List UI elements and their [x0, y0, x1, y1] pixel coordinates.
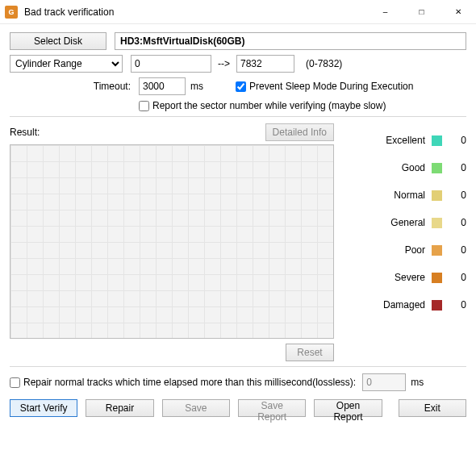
- legend-swatch: [432, 163, 442, 173]
- legend-item: General0: [344, 209, 466, 236]
- repair-threshold-unit: ms: [411, 377, 424, 388]
- cylinder-range-hint: (0-7832): [306, 58, 342, 69]
- repair-threshold-label: Repair normal tracks which time elapsed …: [23, 377, 356, 388]
- legend-count: 0: [449, 135, 466, 146]
- open-report-button[interactable]: Open Report: [314, 399, 382, 417]
- reset-button[interactable]: Reset: [286, 344, 334, 361]
- legend-label: Normal: [375, 190, 425, 201]
- separator: [10, 116, 466, 117]
- cylinder-arrow-label: -->: [218, 58, 230, 69]
- legend-count: 0: [449, 299, 466, 311]
- exit-button[interactable]: Exit: [399, 399, 466, 417]
- legend-swatch: [432, 273, 442, 283]
- legend-swatch: [432, 245, 442, 256]
- close-button[interactable]: ✕: [440, 0, 476, 24]
- separator-2: [10, 366, 466, 367]
- legend-label: Good: [375, 162, 425, 173]
- legend-count: 0: [449, 190, 466, 201]
- window-title: Bad track verification: [24, 6, 367, 18]
- app-icon: G: [5, 6, 18, 19]
- select-disk-button[interactable]: Select Disk: [10, 32, 106, 50]
- minimize-button[interactable]: –: [367, 0, 403, 24]
- legend-item: Good0: [344, 154, 466, 181]
- legend-label: Excellent: [375, 135, 425, 146]
- legend-count: 0: [449, 244, 466, 256]
- legend-panel: Excellent0Good0Normal0General0Poor0Sever…: [344, 123, 466, 361]
- legend-swatch: [432, 190, 442, 201]
- legend-item: Normal0: [344, 181, 466, 209]
- repair-threshold-input[interactable]: [10, 377, 20, 388]
- prevent-sleep-input[interactable]: [236, 81, 246, 92]
- report-sector-label: Report the sector number while verifying…: [152, 100, 386, 111]
- legend-item: Damaged0: [344, 291, 466, 319]
- save-report-button[interactable]: Save Report: [238, 399, 306, 417]
- detailed-info-button[interactable]: Detailed Info: [265, 123, 334, 141]
- legend-count: 0: [449, 162, 466, 173]
- legend-count: 0: [449, 217, 466, 228]
- maximize-button[interactable]: □: [403, 0, 440, 24]
- timeout-unit: ms: [190, 81, 211, 92]
- cylinder-range-select[interactable]: Cylinder Range: [10, 55, 123, 73]
- legend-item: Severe0: [344, 264, 466, 291]
- timeout-label: Timeout:: [10, 81, 131, 92]
- repair-threshold-value[interactable]: [362, 373, 406, 391]
- verification-grid: [10, 144, 334, 339]
- legend-label: Severe: [375, 272, 425, 283]
- timeout-input[interactable]: [139, 77, 186, 95]
- prevent-sleep-checkbox[interactable]: Prevent Sleep Mode During Execution: [236, 81, 413, 92]
- legend-item: Poor0: [344, 236, 466, 264]
- legend-label: Damaged: [375, 299, 425, 311]
- legend-item: Excellent0: [344, 127, 466, 154]
- legend-label: Poor: [375, 244, 425, 256]
- prevent-sleep-label: Prevent Sleep Mode During Execution: [249, 81, 413, 92]
- legend-swatch: [432, 218, 442, 228]
- result-label: Result:: [10, 127, 40, 138]
- cylinder-to-input[interactable]: [236, 55, 294, 73]
- legend-label: General: [375, 217, 425, 228]
- cylinder-from-input[interactable]: [131, 55, 211, 73]
- window-titlebar: G Bad track verification – □ ✕: [0, 0, 476, 24]
- repair-button[interactable]: Repair: [86, 399, 153, 417]
- disk-path-display: HD3:MsftVirtualDisk(60GB): [115, 32, 466, 50]
- repair-threshold-checkbox[interactable]: Repair normal tracks which time elapsed …: [10, 377, 356, 388]
- report-sector-checkbox[interactable]: Report the sector number while verifying…: [139, 100, 386, 111]
- legend-swatch: [432, 300, 442, 311]
- legend-swatch: [432, 135, 442, 146]
- legend-count: 0: [449, 272, 466, 283]
- report-sector-input[interactable]: [139, 101, 149, 111]
- start-verify-button[interactable]: Start Verify: [10, 399, 77, 417]
- save-button[interactable]: Save: [162, 399, 230, 417]
